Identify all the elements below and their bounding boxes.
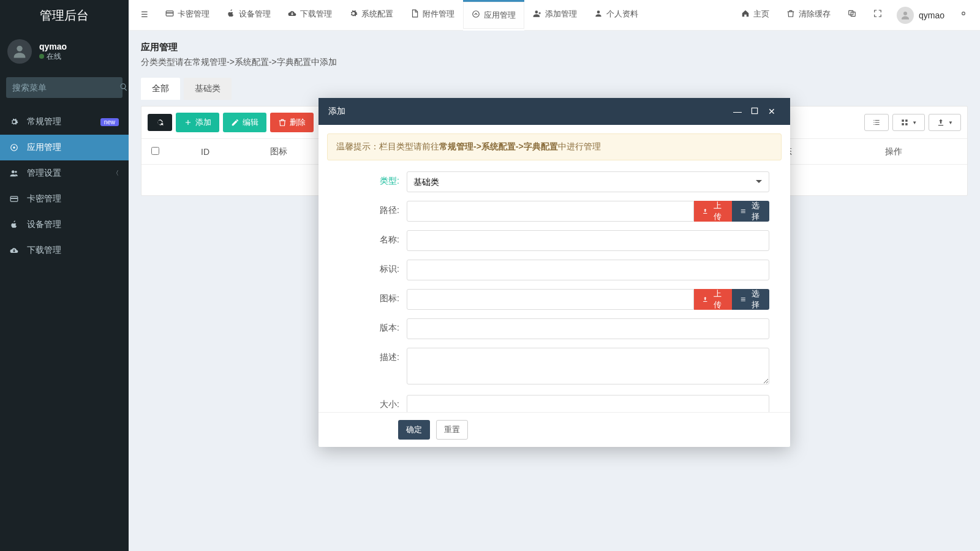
maximize-icon [750,107,759,115]
brand-title: 管理后台 [0,0,129,31]
credit-card-icon [165,9,174,20]
modal-alert: 温馨提示：栏目类型请前往常规管理->系统配置->字典配置中进行管理 [327,133,782,160]
users-icon [10,169,22,178]
upload-icon [702,207,709,216]
select-all-checkbox[interactable] [151,147,159,155]
path-select-button[interactable]: 选择 [732,201,769,222]
sidebar-item-device-manage[interactable]: 设备管理 [0,212,129,238]
svg-rect-19 [752,108,757,113]
gear-icon [349,9,358,20]
topnav-app-manage[interactable]: 应用管理 [463,0,524,31]
modal-maximize-button[interactable] [746,107,763,117]
user-avatar [7,39,32,64]
page-title: 应用管理 [141,42,968,53]
sidebar-item-download-manage[interactable]: 下载管理 [0,238,129,263]
sidebar-item-app-manage[interactable]: 应用管理 [0,135,129,160]
topnav-device[interactable]: 设备管理 [218,0,279,31]
ident-input[interactable] [407,260,769,280]
grid-icon [900,118,909,127]
img-upload-button[interactable]: 上传 [694,289,731,310]
topnav-download[interactable]: 下载管理 [279,0,341,31]
label-size: 大小: [352,395,407,410]
topnav-profile[interactable]: 个人资料 [586,0,647,31]
svg-rect-18 [905,123,908,126]
topnav-add-manage[interactable]: 添加管理 [524,0,586,31]
sidebar-item-general[interactable]: 常规管理 new [0,109,129,135]
export-button[interactable]: ▼ [929,114,961,131]
topbar-clear-cache[interactable]: 清除缓存 [778,0,839,31]
apple-icon [227,9,235,20]
sidebar-search [0,72,129,103]
svg-point-0 [17,46,22,51]
delete-button[interactable]: 删除 [270,113,314,132]
tab-all[interactable]: 全部 [141,78,180,100]
label-type: 类型: [352,171,407,187]
topbar-toggle-menu[interactable]: ☰ [132,0,157,31]
tabs: 全部 基础类 [141,78,968,100]
search-icon[interactable] [119,83,128,93]
col-icon: 图标 [242,146,315,157]
sidebar-user-block: qymao 在线 [0,31,129,72]
user-plus-icon [533,9,541,20]
svg-point-10 [535,10,538,13]
list-icon [872,118,881,127]
topbar-home[interactable]: 主页 [733,0,778,31]
label-desc: 描述: [352,348,407,363]
topbar-user[interactable]: qymao [891,7,951,24]
export-icon [937,118,945,127]
tab-basic[interactable]: 基础类 [184,78,232,100]
trash-icon [278,118,287,127]
expand-icon [873,9,882,20]
topbar-settings[interactable] [951,0,976,31]
edit-button[interactable]: 编辑 [223,113,266,132]
home-icon [741,9,750,20]
modal-close-button[interactable]: ✕ [763,107,780,116]
modal-header[interactable]: 添加 — ✕ [318,98,790,125]
label-name: 名称: [352,230,407,246]
badge-new: new [100,118,119,126]
svg-point-11 [597,10,600,13]
topnav-attachment[interactable]: 附件管理 [402,0,463,31]
trash-icon [786,9,795,20]
pencil-icon [231,118,239,127]
topbar: ☰ 卡密管理 设备管理 下载管理 系统配置 附件管理 应用管理 添加管理 个人资… [129,0,980,31]
topbar-fullscreen[interactable] [865,0,891,31]
path-upload-button[interactable]: 上传 [694,201,731,222]
list-icon [740,295,747,304]
version-input[interactable] [407,318,769,339]
desc-textarea[interactable] [407,348,769,384]
sidebar: 管理后台 qymao 在线 常规管理 new 应用管理 [0,0,129,551]
modal-body[interactable]: 温馨提示：栏目类型请前往常规管理->系统配置->字典配置中进行管理 类型: 基础… [318,125,790,412]
apple-icon [10,220,22,229]
refresh-button[interactable] [148,114,172,131]
label-img: 图标: [352,289,407,304]
name-input[interactable] [407,230,769,251]
sidebar-item-card-manage[interactable]: 卡密管理 [0,186,129,212]
ok-button[interactable]: 确定 [398,420,430,440]
add-button[interactable]: 添加 [176,113,219,132]
modal-minimize-button[interactable]: — [729,107,746,116]
topbar-username: qymao [919,10,944,20]
img-input[interactable] [407,289,694,310]
toggle-view-button[interactable] [864,114,889,131]
columns-button[interactable]: ▼ [892,114,925,131]
col-id: ID [168,147,242,157]
svg-rect-6 [10,198,18,199]
sidebar-item-admin-settings[interactable]: 管理设置 〈 [0,160,129,186]
topbar-language[interactable] [839,0,865,31]
language-icon [848,9,856,20]
topnav-card[interactable]: 卡密管理 [157,0,218,31]
sliders-icon [959,9,968,20]
modal-footer: 确定 重置 [318,412,790,447]
reset-button[interactable]: 重置 [436,420,468,440]
path-input[interactable] [407,201,694,222]
search-input[interactable] [12,83,119,92]
col-op: 操作 [820,146,967,157]
circle-dot-icon [10,143,22,152]
caret-down-icon: ▼ [948,120,953,126]
topnav-sysconfig[interactable]: 系统配置 [341,0,402,31]
size-input[interactable] [407,395,769,412]
cloud-download-icon [10,246,22,255]
img-select-button[interactable]: 选择 [732,289,769,310]
type-select[interactable]: 基础类 [407,171,769,192]
